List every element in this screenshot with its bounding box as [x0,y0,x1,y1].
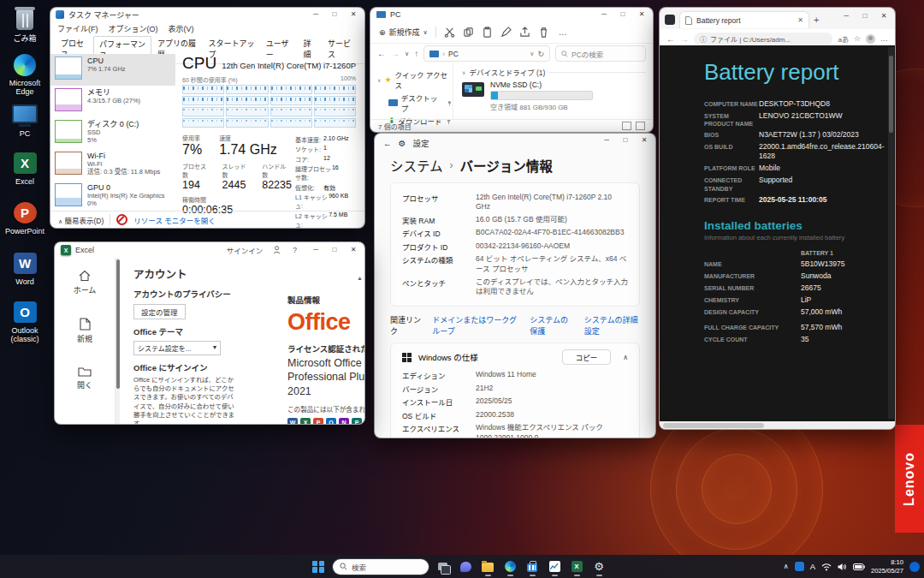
close-button[interactable]: ✕ [344,8,363,21]
explorer-titlebar[interactable]: PC ─ □ ✕ [370,8,653,21]
address-input[interactable]: ⓘ ファイル | C:/Users/adm... [694,33,832,45]
back-icon[interactable]: ← [377,49,386,58]
menu-file[interactable]: ファイル(F) [57,23,98,34]
explorer-search-input[interactable]: PCの検索 [555,45,646,62]
excel-titlebar[interactable]: X Excel サインイン ? ─ □ ✕ [55,242,364,258]
page-info-icon[interactable]: ⓘ [700,34,707,44]
nav-quick-access[interactable]: ∨★クイック アクセス [377,69,453,90]
sidebar-item-cpu[interactable]: CPU7% 1.74 GHz [50,54,175,86]
sidebar-item-gpu[interactable]: GPU 0Intel(R) Iris(R) Xe Graphics0% [50,181,175,212]
minimize-button[interactable]: ─ [595,8,613,21]
person-icon[interactable] [273,246,282,254]
nav-open[interactable]: 開く [55,366,115,390]
history-chevron-icon[interactable]: ∨ [405,51,409,57]
tray-overflow-chevron[interactable]: ∧ [784,563,789,570]
task-manager-titlebar[interactable]: タスク マネージャー ─ □ ✕ [50,8,364,21]
scroll-up-arrow-icon[interactable]: ▲ [357,275,363,281]
desktop-icon-powerpoint[interactable]: P PowerPoint [0,202,50,236]
delete-icon[interactable] [538,27,549,38]
profile-avatar[interactable] [866,34,875,44]
up-icon[interactable]: ↑ [414,49,418,58]
rename-icon[interactable] [500,27,512,38]
store-button[interactable] [524,558,540,575]
large-view-icon[interactable] [636,122,645,130]
copy-icon[interactable] [463,27,474,38]
sidebar-item-wifi[interactable]: Wi-FiWi-Fi送信: 0.3 受信: 11.8 Mbps [50,149,175,181]
volume-icon[interactable] [838,563,847,571]
maximize-button[interactable]: □ [856,9,874,23]
task-manager-button[interactable] [547,558,562,575]
maximize-button[interactable]: □ [616,134,635,147]
minimize-button[interactable]: ─ [837,9,856,23]
theme-dropdown[interactable]: システム設定を...▾ [133,341,221,355]
paste-icon[interactable] [482,27,493,38]
favorite-star-icon[interactable]: ☆ [854,34,861,43]
edge-button[interactable] [502,558,518,575]
task-view-button[interactable] [435,558,451,575]
taskbar-clock[interactable]: 8:10 2025/05/27 [871,558,903,575]
sign-in-button[interactable]: サインイン [227,245,264,255]
nav-desktop[interactable]: デスクトップ [377,92,453,113]
desktop-icon-outlook[interactable]: O Outlook (classic) [0,301,50,344]
forward-icon[interactable]: → [391,49,400,58]
browser-tab[interactable]: Battery report ✕ [679,11,809,28]
maximize-button[interactable]: □ [325,243,344,257]
settings-button[interactable]: ⚙ [591,558,607,575]
list-view-icon[interactable] [622,122,631,130]
tab-actions-icon[interactable] [665,15,675,25]
minimize-button[interactable]: ─ [306,243,325,257]
more-options-icon[interactable]: … [559,27,567,37]
chat-button[interactable] [458,558,473,575]
excel-button[interactable]: X [569,558,584,575]
cut-icon[interactable] [444,27,455,38]
file-explorer-button[interactable] [480,558,495,575]
new-tab-icon[interactable]: + [814,15,819,25]
desktop-icon-pc[interactable]: PC [0,102,50,139]
horizontal-scrollbar[interactable] [660,421,895,429]
minimize-button[interactable]: ─ [306,8,325,21]
more-menu-icon[interactable]: … [880,34,888,43]
link-system-protection[interactable]: システムの保護 [530,314,573,337]
drives-section-header[interactable]: ∨ デバイスとドライブ (1) [462,67,646,77]
menu-view[interactable]: 表示(V) [169,23,194,34]
share-icon[interactable] [519,27,530,38]
breadcrumb-system[interactable]: システム [390,156,443,175]
ime-mode-indicator[interactable]: A [810,562,815,571]
close-button[interactable]: ✕ [635,134,654,147]
read-aloud-icon[interactable]: aあ [838,34,848,44]
drive-item[interactable]: NVMe SSD (C:) 空き領域 881 GB/930 GB [462,80,646,111]
back-icon[interactable]: ← [383,139,392,148]
forward-icon[interactable]: → [680,34,689,44]
nav-new[interactable]: 新規 [55,318,115,344]
minimize-button[interactable]: ─ [597,134,616,147]
collapse-chevron-icon[interactable]: ∧ [623,354,628,361]
manage-settings-button[interactable]: 設定の管理 [133,304,186,319]
desktop-icon-recycle-bin[interactable]: ごみ箱 [0,8,50,44]
notification-badge[interactable] [909,562,920,572]
desktop-icon-word[interactable]: W Word [0,253,50,287]
new-button[interactable]: ⊕ 新規作成 ∨ [379,27,428,38]
link-domain-workgroup[interactable]: ドメインまたはワークグループ [432,314,518,337]
wifi-icon[interactable] [821,563,832,571]
address-dropdown-icon[interactable]: ∨ [530,51,534,57]
help-button[interactable]: ? [293,246,297,254]
maximize-button[interactable]: □ [325,8,344,21]
close-button[interactable]: ✕ [874,9,893,23]
settings-titlebar[interactable]: ← ⚙ 設定 ─ □ ✕ [375,134,655,152]
copy-button[interactable]: コピー [562,349,612,365]
maximize-button[interactable]: □ [613,8,632,21]
close-tab-icon[interactable]: ✕ [797,16,803,24]
breadcrumb[interactable]: › PC ∨ ↻ [424,45,550,62]
refresh-icon[interactable]: ↻ [537,50,544,58]
taskbar-search-input[interactable]: 検索 [333,559,429,575]
nav-home[interactable]: ホーム [55,270,115,295]
desktop-icon-edge[interactable]: Microsoft Edge [0,53,50,97]
back-icon[interactable]: ← [666,34,675,44]
desktop-icon-excel[interactable]: X Excel [0,152,50,187]
close-button[interactable]: ✕ [344,243,363,257]
sidebar-item-memory[interactable]: メモリ4.3/15.7 GB (27%) [50,86,175,117]
tray-app-icon[interactable] [795,562,804,571]
battery-icon[interactable] [853,563,865,570]
close-button[interactable]: ✕ [632,8,651,21]
sidebar-item-disk[interactable]: ディスク 0 (C:)SSD5% [50,117,175,149]
